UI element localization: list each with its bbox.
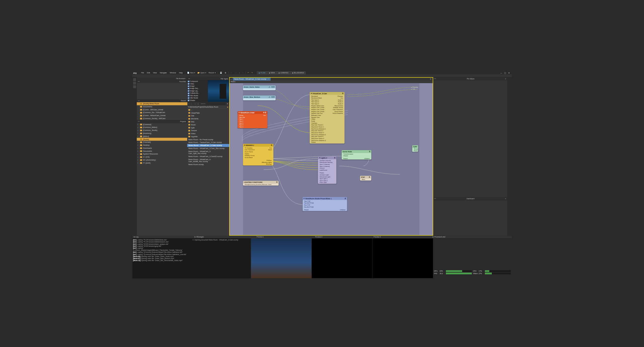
preview-1[interactable] [251, 238, 311, 278]
redo-icon[interactable]: ↷ [250, 72, 254, 74]
btn-recent[interactable]: Recent ▾ [207, 72, 217, 74]
tab-log[interactable]: ▾▾ Log [132, 236, 140, 238]
tab-preview2[interactable]: Preview 2 [314, 236, 324, 238]
filetype-item[interactable]: OBJ Model [187, 97, 208, 99]
menu-navigate[interactable]: Navigate [158, 72, 168, 74]
filetype-item[interactable]: Collada Mo... [187, 92, 208, 94]
document-tab[interactable]: News Room - VirtualCam_3-Cam.xcomp× [233, 78, 271, 81]
filetype-checkbox[interactable] [188, 95, 189, 96]
nav-fwd-icon[interactable]: → [233, 72, 237, 74]
filetype-checkbox[interactable] [188, 85, 189, 87]
nav-up-icon[interactable]: ↑ [241, 72, 245, 74]
dock-icon-1[interactable] [133, 78, 136, 81]
filetype-checkbox[interactable] [188, 97, 189, 99]
node-stat[interactable]: STAT☰ #Bars [360, 176, 371, 181]
project-item[interactable]: ▸W:\ (Aximmetry) [137, 159, 187, 162]
filetype-checkbox[interactable] [188, 100, 189, 101]
recent-item[interactable]: [Comm...\ARCam_Unreal [137, 108, 187, 111]
project-item[interactable]: ▸[Tutorials] [137, 141, 187, 144]
node-green-bisa[interactable]: Green_Bisa_Medium🔊 ⚙ ☰ Out [243, 95, 276, 100]
node-virtualcam[interactable]: ⟲ VirtualCam_3-Cam☰ RenderedPreviewRende… [310, 92, 344, 143]
filetype-item[interactable]: Image Seq... [187, 87, 208, 89]
btn-saveall-icon[interactable]: 🗎 [223, 72, 227, 74]
tab-close-icon[interactable]: × [268, 78, 269, 80]
file-item[interactable]: Elements [187, 117, 229, 120]
undo-icon[interactable]: ↶ [246, 72, 250, 74]
menu-view[interactable]: View [151, 72, 158, 74]
mode-cameras[interactable]: ◉ CAMERAS [277, 71, 290, 74]
filetype-item[interactable]: Compound [187, 80, 208, 82]
project-item[interactable]: ▸System Resources [137, 153, 187, 156]
tab-nav-icon[interactable]: ▶ [230, 78, 233, 80]
project-item[interactable]: ▸[Common_Meteo] [137, 126, 187, 129]
file-item[interactable]: News Room - VirtualCam_3-Cam_Split_Rec.x… [187, 150, 229, 155]
search-clear-icon[interactable]: × [226, 103, 229, 105]
project-item[interactable]: ▸[Studio] [137, 138, 187, 141]
nav-fwd-icon-2[interactable]: → [194, 103, 196, 105]
tab-preview1[interactable]: Preview 1 [255, 236, 265, 238]
tab-preview3[interactable]: Preview 3 [372, 236, 382, 238]
btn-save-icon[interactable]: 💾 [219, 72, 223, 74]
favorite-star-icon[interactable]: ★ [227, 106, 229, 108]
file-item[interactable]: News Room - VirtualCam_3-Cam02.xcomp [187, 155, 229, 158]
filetype-checkbox[interactable] [188, 90, 189, 91]
node-canvas[interactable]: ▸ Preview ▸ Out Green_Karim_Notes🔊 ⚙ ☰ O… [229, 83, 433, 236]
file-item[interactable]: News Room - No Preset.xcomp [187, 138, 229, 141]
search-input[interactable] [200, 102, 226, 105]
file-item[interactable]: Video [187, 132, 229, 135]
node-cylin[interactable]: Cylin Shader Parent [412, 145, 418, 152]
file-item[interactable]: Dae [187, 114, 229, 117]
filetype-item[interactable]: Video [187, 83, 208, 85]
filetype-item[interactable]: FBX Model [187, 94, 208, 97]
preview-3[interactable] [372, 238, 433, 278]
project-item[interactable]: ▸C:\ (OS) [137, 156, 187, 159]
breadcrumb-root[interactable]: Root [231, 81, 234, 82]
menu-window[interactable]: Window [168, 72, 178, 74]
node-preset-mode[interactable]: ⟲ NewsRoom-Studio-Preset-Mode 1☰ Text TO… [303, 197, 347, 211]
win-close-icon[interactable]: ✕ [507, 72, 511, 74]
project-item[interactable]: ▸[Meteo] [137, 135, 187, 138]
filetype-item[interactable]: Shader [187, 99, 208, 102]
dock-icon-2[interactable] [133, 82, 136, 85]
file-item[interactable]: CleanPlate [187, 111, 229, 114]
win-max-icon[interactable]: ▢ [503, 72, 507, 74]
file-item[interactable]: Texture [187, 129, 229, 132]
btn-open[interactable]: 📂 Open ▾ [196, 72, 207, 74]
file-item[interactable]: Max [187, 120, 229, 123]
nav-home-icon-2[interactable]: ⌂ [197, 103, 199, 105]
nav-home-icon[interactable]: ⌂ [238, 72, 241, 74]
filetype-checkbox[interactable] [188, 88, 189, 89]
file-item[interactable]: Music [187, 123, 229, 126]
project-item[interactable]: ▸[Common_Studio] [137, 129, 187, 132]
file-item[interactable]: Vignette [187, 135, 229, 138]
file-item[interactable]: .. [187, 109, 229, 112]
menu-file[interactable]: File [140, 72, 145, 74]
dock-icon-3[interactable] [133, 85, 136, 88]
node-green-karim[interactable]: Green_Karim_Notes🔊 ⚙ ☰ Out [243, 85, 276, 90]
mode-main[interactable]: ◉ MAIN [267, 71, 276, 74]
node-lights2[interactable]: ⟲ Lights 2☰ Ambient IntensityDirectional… [318, 156, 336, 184]
project-item[interactable]: ▸[Common] [137, 123, 187, 126]
node-scene[interactable]: Scene Node☰ Transformation Shader Parent… [342, 150, 371, 160]
recent-item[interactable]: [Common_Stu...\VirtualCam [137, 111, 187, 114]
mode-billboards[interactable]: ◉ BILLBOARDS [290, 71, 306, 74]
recent-item[interactable]: [Studio]:News Room [137, 102, 187, 105]
menu-help[interactable]: Help [178, 72, 184, 74]
project-item[interactable]: ▸Y:\ (work) [137, 161, 187, 164]
node-newsroom-crawl[interactable]: ⟲ NewsRoom-Crawl⚙ ☰ ActiveOutText FileTe… [238, 111, 267, 128]
node-lighting-cond[interactable]: LIGHTING CONDITIONS☰ #Daylight,Evening,S… [243, 181, 278, 186]
nav-up-icon-2[interactable]: ↑ [188, 103, 189, 105]
filetype-checkbox[interactable] [188, 92, 189, 94]
filetype-checkbox[interactable] [188, 83, 189, 84]
menu-edit[interactable]: Edit [145, 72, 151, 74]
filetype-checkbox[interactable] [188, 81, 189, 82]
tab-messages[interactable]: ▾▾ Messages [193, 236, 205, 238]
file-item[interactable]: News Room - VirtualCam_3-Cam.xcomp [187, 144, 229, 147]
mode-flow[interactable]: ◉ FLOW [257, 71, 267, 74]
project-item[interactable]: ▸[Inventory] [137, 132, 187, 135]
file-item[interactable]: Split [187, 126, 229, 129]
file-item[interactable]: News Room - VirtualCam_3-Cam_Rec.xcomp [187, 147, 229, 150]
filetype-item[interactable]: Image [187, 85, 208, 87]
project-item[interactable]: ▸Documents [137, 150, 187, 153]
project-item[interactable]: ▸Downloads [137, 147, 187, 150]
